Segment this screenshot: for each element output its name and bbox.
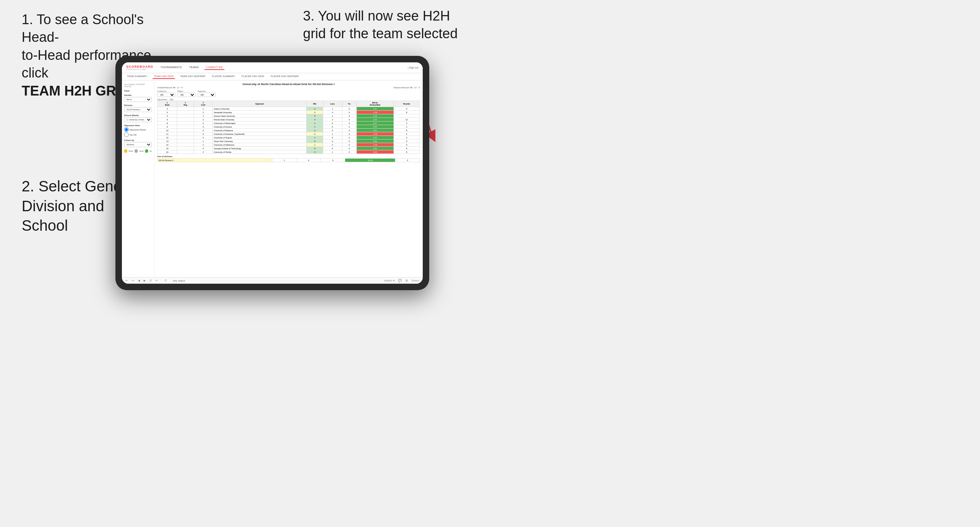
h2h-table: #Rank #Reg #Conf Opponent Win Loss Tie D…	[157, 100, 420, 154]
table-row: 11 6 University of Arkansas, Fayettevill…	[158, 132, 420, 136]
undo-btn[interactable]: ↩	[125, 279, 129, 283]
sidebar-opponent-view-section: Opponent View Opponents Played Top 100	[124, 124, 152, 137]
region-filter: Region (All)	[177, 90, 196, 97]
opponents-played-radio[interactable]: Opponents Played	[124, 127, 152, 132]
col-tie: Tie	[342, 101, 356, 107]
legend-dot-down	[124, 149, 127, 153]
gender-label: Gender	[124, 94, 152, 96]
col-opponent: Opponent	[212, 101, 307, 107]
region-select[interactable]: (All)	[177, 93, 196, 97]
logo-sub: Powered by clippi	[126, 68, 153, 70]
colour-select[interactable]: Win/loss	[124, 142, 152, 147]
region-label: Region	[177, 90, 196, 92]
table-row: 3 2 Vanderbilt University 0 4 0 -2.29 8	[158, 111, 420, 114]
table-row: 6 2 Florida State University 4 2 0 1.83 …	[158, 118, 420, 121]
ann2-text3: School	[22, 217, 68, 234]
overall-record: Overall Record: 89 - 17 - 0	[157, 87, 183, 89]
opponent-select[interactable]: (All)	[198, 93, 216, 97]
view-label: View: Original	[173, 280, 185, 282]
sub-nav: TEAM SUMMARY TEAM H2H GRID TEAM H2H HEAT…	[122, 73, 423, 80]
nav-tournaments[interactable]: TOURNAMENTS	[159, 65, 183, 70]
opponents-value: (All)	[170, 98, 173, 100]
sidebar-division-section: Division NCAA Division I	[124, 104, 152, 112]
timestamp-time: 16:55:38	[124, 86, 131, 87]
subnav-player-h2h-grid[interactable]: PLAYER H2H GRID	[240, 74, 266, 79]
conference-filter: Conference (All)	[157, 90, 175, 97]
top-100-radio[interactable]: Top 100	[124, 132, 152, 137]
subnav-team-h2h-grid[interactable]: TEAM H2H GRID	[153, 74, 175, 79]
legend-down-label: Down	[129, 150, 134, 152]
grid-records: Overall Record: 89 - 17 - 0 Division Rec…	[157, 87, 420, 89]
bottom-toolbar: ↩ ↪ ◀ ▶ ⊡ ✏ | ⏱ | View: Original Watch ▾…	[122, 277, 423, 284]
legend-dot-up	[145, 149, 148, 153]
table-row: 2 1 Auburn University 2 1 0 1.67 9	[158, 107, 420, 111]
main-content: Last Updated: 27/03/2024 16:55:38 Team G…	[122, 80, 423, 277]
table-row: 10 5 University of Alabama 3 0 0 2.61 8	[158, 129, 420, 132]
subnav-team-summary[interactable]: TEAM SUMMARY	[126, 74, 149, 79]
sidebar: Last Updated: 27/03/2024 16:55:38 Team G…	[122, 80, 154, 277]
back-btn[interactable]: ◀	[137, 279, 141, 283]
gender-select[interactable]: Men's	[124, 97, 152, 102]
subnav-player-h2h-heatmap[interactable]: PLAYER H2H HEATMAP	[269, 74, 301, 79]
draw-btn[interactable]: ✏	[155, 279, 159, 283]
watch-btn[interactable]: Watch ▾	[383, 279, 395, 283]
table-row: 12 3 University of Virginia 1 0 0 2.33 3	[158, 136, 420, 140]
division-record: Division Record: 88 - 17 - 0	[393, 87, 420, 89]
colour-by-label: Colour by	[124, 139, 152, 141]
redo-btn[interactable]: ↪	[131, 279, 135, 283]
conference-select[interactable]: (All)	[157, 93, 175, 97]
subnav-team-h2h-heatmap[interactable]: TEAM H2H HEATMAP	[178, 74, 207, 79]
share-btn[interactable]: Share	[411, 279, 420, 283]
nav-items: TOURNAMENTS TEAMS COMMITTEE	[159, 65, 408, 70]
logo: SCOREBOARD Powered by clippi	[126, 65, 153, 70]
ann3-text1: 3. You will now see H2H	[303, 8, 450, 24]
sidebar-team-section: Team	[124, 90, 152, 92]
nav-teams[interactable]: TEAMS	[188, 65, 200, 70]
tablet-screen: SCOREBOARD Powered by clippi TOURNAMENTS…	[122, 62, 423, 284]
sep2: |	[170, 280, 170, 282]
out-of-division-header: Out of division	[157, 156, 420, 157]
tablet-device: SCOREBOARD Powered by clippi TOURNAMENTS…	[115, 56, 429, 290]
col-win: Win	[307, 101, 323, 107]
col-loss: Loss	[323, 101, 342, 107]
logo-text: SCOREBOARD	[126, 65, 153, 68]
annotation-3: 3. You will now see H2H grid for the tea…	[303, 7, 458, 43]
timestamp: Last Updated: 27/03/2024 16:55:38	[124, 83, 152, 87]
col-rounds: Rounds	[393, 101, 420, 107]
out-of-div-table: NCAA Division II 1 0 0 26.00 3	[157, 158, 420, 162]
opponent-view-label: Opponent View	[124, 124, 152, 127]
team-label: Team	[124, 90, 152, 92]
filter-row: Conference (All) Region (All) Opponent	[157, 90, 420, 97]
table-row: 14 2 University of Oklahoma 1 2 0 -1.00 …	[158, 143, 420, 147]
grid-area: University of North Carolina Head-to-Hea…	[154, 80, 423, 277]
conference-label: Conference	[157, 90, 175, 92]
sidebar-school-section: School (Rank) 1. University of Nort...	[124, 114, 152, 122]
table-row: 4 1 Arizona State University 5 1 0 2.29	[158, 114, 420, 118]
subnav-player-summary[interactable]: PLAYER SUMMARY	[211, 74, 237, 79]
opponent-label: Opponent	[198, 90, 216, 92]
comment-btn[interactable]: 💬	[398, 279, 402, 283]
table-row: 15 4 Georgia Institute of Technology 5 0…	[158, 147, 420, 150]
toolbar-right: Watch ▾ 💬 ⊞ Share	[383, 279, 420, 283]
opponents-label: Opponents:	[157, 98, 167, 100]
nav-committee[interactable]: COMMITTEE	[205, 65, 224, 70]
col-diff: Diff AvStrokes/Rnd	[356, 101, 393, 107]
crop-btn[interactable]: ⊡	[149, 279, 153, 283]
ann1-text1: 1. To see a School's Head-	[22, 12, 143, 45]
present-btn[interactable]: ⊞	[405, 279, 409, 283]
table-row: 8 2 University of Washington 1 0 0 3.67 …	[158, 121, 420, 125]
legend-level-label: Level	[139, 150, 143, 152]
color-legend: Down Level Up	[124, 149, 152, 153]
table-row: 16 3 University of Florida 3 1 0 -6.42 9	[158, 150, 420, 154]
table-row: 13 1 Texas Tech University 3 0 0 5.56 9	[158, 140, 420, 143]
clock-btn[interactable]: ⏱	[163, 279, 168, 283]
legend-dot-level	[135, 149, 138, 153]
sign-out[interactable]: | Sign out	[408, 66, 418, 69]
sidebar-gender-section: Gender Men's	[124, 94, 152, 102]
division-select[interactable]: NCAA Division I	[124, 107, 152, 112]
opponent-filter: Opponent (All)	[198, 90, 216, 97]
out-div-row: NCAA Division II 1 0 0 26.00 3	[158, 159, 420, 162]
school-select[interactable]: 1. University of Nort...	[124, 117, 152, 122]
fwd-btn[interactable]: ▶	[143, 279, 146, 283]
table-row: 9 3 University of Arizona 1 0 0 9.00 2	[158, 125, 420, 129]
